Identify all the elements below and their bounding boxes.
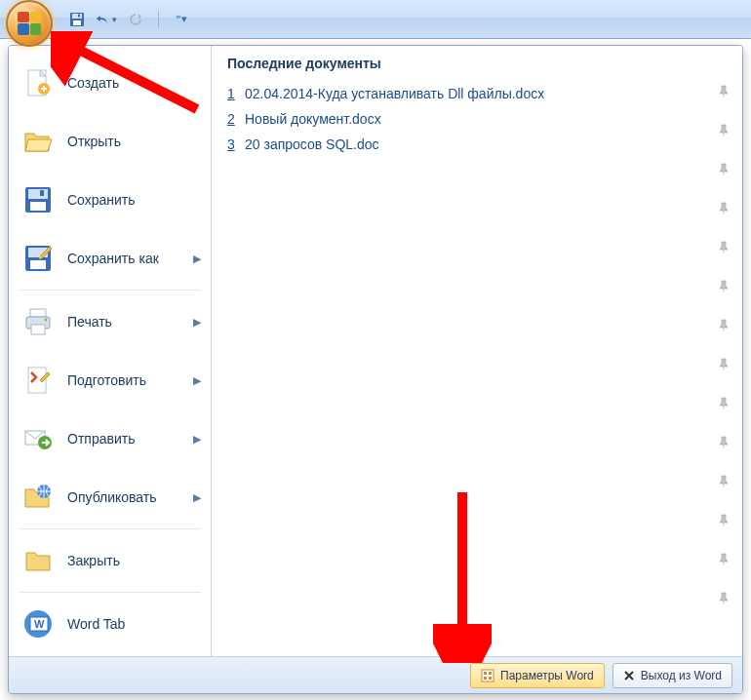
svg-rect-10 (30, 202, 46, 211)
pin-icon[interactable] (717, 475, 731, 488)
pin-icon[interactable] (717, 202, 731, 215)
pin-icon[interactable] (717, 397, 731, 410)
menu-item-open[interactable]: Открыть (9, 112, 211, 171)
recent-document-item[interactable]: 1 02.04.2014-Куда устанавливать Dll файл… (227, 81, 727, 106)
menu-label: Отправить (67, 431, 135, 447)
word-tab-icon: W (20, 606, 56, 642)
recent-name: Новый документ.docx (245, 111, 727, 127)
pin-icon[interactable] (717, 514, 731, 527)
svg-rect-15 (30, 309, 46, 317)
pin-icon[interactable] (717, 280, 731, 293)
qat-customize-dropdown[interactable]: ⁼▾ (173, 10, 190, 28)
menu-item-save-as[interactable]: Сохранить как ▶ (9, 229, 211, 288)
pin-icon[interactable] (717, 436, 731, 449)
recent-num: 2 (227, 111, 245, 127)
recent-name: 02.04.2014-Куда устанавливать Dll файлы.… (245, 86, 727, 101)
svg-rect-26 (482, 670, 494, 681)
menu-label: Word Tab (67, 616, 125, 632)
svg-text:W: W (34, 618, 45, 630)
pin-icon[interactable] (717, 124, 731, 137)
pin-icon[interactable] (717, 319, 731, 332)
new-document-icon (20, 65, 56, 100)
recent-documents-title: Последние документы (227, 56, 727, 71)
office-logo-icon (18, 12, 41, 35)
prepare-icon (20, 363, 56, 398)
menu-label: Печать (67, 314, 112, 330)
svg-rect-1 (72, 14, 82, 19)
svg-rect-14 (30, 260, 46, 269)
pin-icon[interactable] (717, 553, 731, 566)
chevron-right-icon: ▶ (193, 316, 201, 329)
menu-label: Опубликовать (67, 489, 157, 505)
qat-redo-button[interactable] (125, 9, 146, 30)
office-menu-panel: Создать Открыть Сохранить Сохранить как (8, 45, 743, 694)
menu-label: Закрыть (67, 553, 120, 568)
svg-point-18 (45, 319, 48, 322)
word-options-button[interactable]: Параметры Word (470, 663, 605, 688)
word-options-label: Параметры Word (500, 669, 594, 682)
close-folder-icon (20, 543, 56, 578)
save-icon (20, 182, 56, 217)
recent-documents-panel: Последние документы 1 02.04.2014-Куда ус… (212, 46, 742, 656)
menu-item-new[interactable]: Создать (9, 54, 211, 112)
svg-rect-27 (484, 672, 487, 675)
menu-label: Сохранить (67, 192, 136, 208)
pin-icon[interactable] (717, 358, 731, 371)
office-button[interactable] (6, 0, 53, 47)
svg-rect-7 (41, 88, 47, 90)
redo-icon (128, 13, 143, 26)
menu-label: Создать (67, 75, 119, 91)
open-folder-icon (20, 124, 56, 159)
pin-icon[interactable] (717, 241, 731, 254)
recent-document-item[interactable]: 3 20 запросов SQL.doc (227, 132, 727, 157)
close-x-icon (623, 670, 635, 681)
recent-num: 1 (227, 86, 245, 101)
chevron-down-icon: ▾ (112, 15, 117, 24)
recent-name: 20 запросов SQL.doc (245, 136, 727, 152)
options-icon (481, 669, 494, 682)
svg-rect-3 (78, 14, 80, 17)
svg-rect-2 (73, 20, 81, 25)
qat-undo-button[interactable]: ▾ (96, 9, 117, 30)
exit-word-button[interactable]: Выход из Word (613, 663, 732, 688)
pin-icon[interactable] (717, 85, 731, 98)
menu-label: Открыть (67, 134, 121, 149)
send-icon (20, 421, 56, 456)
floppy-icon (69, 12, 85, 27)
pin-icon[interactable] (717, 163, 731, 176)
svg-rect-30 (489, 677, 492, 680)
chevron-right-icon: ▶ (193, 491, 201, 504)
publish-icon (20, 480, 56, 515)
menu-item-close[interactable]: Закрыть (9, 531, 211, 590)
menu-item-prepare[interactable]: Подготовить ▶ (9, 351, 211, 409)
menu-item-save[interactable]: Сохранить (9, 171, 211, 229)
svg-rect-17 (31, 325, 45, 334)
menu-item-word-tab[interactable]: W Word Tab (9, 595, 211, 653)
menu-item-publish[interactable]: Опубликовать ▶ (9, 468, 211, 526)
undo-icon (96, 13, 110, 26)
chevron-right-icon: ▶ (193, 253, 201, 265)
svg-rect-9 (28, 189, 48, 199)
menu-item-send[interactable]: Отправить ▶ (9, 409, 211, 468)
recent-num: 3 (227, 136, 245, 152)
svg-rect-28 (489, 672, 492, 675)
office-menu-bottom-bar: Параметры Word Выход из Word (9, 656, 742, 693)
menu-label: Подготовить (67, 372, 146, 388)
recent-document-item[interactable]: 2 Новый документ.docx (227, 106, 727, 132)
save-as-icon (20, 241, 56, 276)
chevron-right-icon: ▶ (193, 433, 201, 446)
quick-access-toolbar: ▾ ⁼▾ (0, 0, 751, 39)
menu-item-print[interactable]: Печать ▶ (9, 292, 211, 351)
pin-icon[interactable] (717, 592, 731, 605)
qat-save-button[interactable] (66, 9, 88, 30)
svg-rect-29 (484, 677, 487, 680)
menu-label: Сохранить как (67, 251, 159, 266)
print-icon (20, 304, 56, 339)
office-menu-left: Создать Открыть Сохранить Сохранить как (9, 46, 212, 656)
chevron-right-icon: ▶ (193, 374, 201, 387)
svg-rect-11 (40, 190, 44, 196)
exit-word-label: Выход из Word (641, 669, 722, 682)
